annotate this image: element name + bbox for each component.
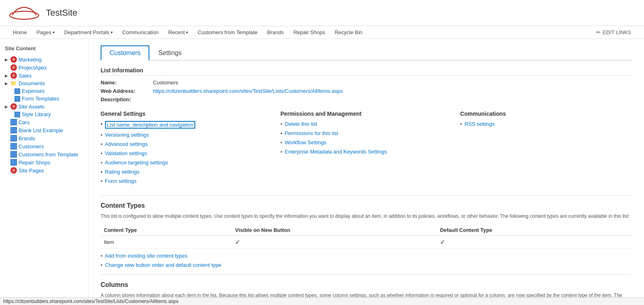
settings-columns: General Settings ▪ List name, descriptio…: [101, 111, 632, 187]
bullet-icon-3: ▪: [101, 150, 103, 156]
sidebar-item-documents[interactable]: ▶ 📁 Documents: [3, 80, 85, 87]
permissions-for-list-link[interactable]: ▪ Permissions for this list: [281, 130, 452, 136]
bullet-icon-5: ▪: [101, 169, 103, 175]
expand-icon-docs: ▶: [5, 81, 10, 86]
sidebar-item-blank-list[interactable]: Blank List Example: [3, 126, 85, 134]
description-row: Description:: [101, 96, 632, 102]
content-type-cell: Item: [101, 236, 232, 249]
advanced-settings-link[interactable]: ▪ Advanced settings: [101, 141, 272, 147]
status-url: https://citizenbuilders.sharepoint.com/s…: [3, 299, 179, 304]
marketing-icon: ⚙: [10, 56, 17, 63]
site-logo: [8, 4, 40, 22]
sidebar-item-customers[interactable]: Customers: [3, 142, 85, 150]
expand-icon-site-assets: ▶: [5, 104, 10, 109]
description-label: Description:: [101, 96, 153, 102]
content-types-title: Content Types: [101, 202, 632, 209]
name-value: Customers: [153, 80, 178, 86]
nav-department-portals[interactable]: Department Portals ▾: [60, 26, 118, 39]
audience-targeting-link[interactable]: ▪ Audience targeting settings: [101, 160, 272, 166]
versioning-settings-link[interactable]: ▪ Versioning settings: [101, 132, 272, 138]
permissions-col: Permissions and Management ▪ Delete this…: [281, 111, 452, 187]
rss-settings-link[interactable]: ▪ RSS settings: [460, 121, 632, 127]
nav-brands[interactable]: Brands: [262, 26, 289, 39]
sidebar: Site Content ▶ ⚙ Marketing ⚙ ProjectApex…: [0, 39, 89, 305]
content-types-desc: This list is configured to allow multipl…: [101, 213, 632, 220]
expand-icon-sales: ▶: [5, 74, 10, 78]
cft-icon: [10, 151, 17, 158]
expand-icon: ▶: [5, 57, 10, 62]
general-settings-title: General Settings: [101, 111, 272, 117]
site-title: TestSite: [46, 8, 77, 18]
dept-portals-dropdown-arrow: ▾: [111, 30, 113, 35]
style-library-icon: [14, 112, 20, 117]
form-settings-link[interactable]: ▪ Form settings: [101, 178, 272, 184]
sidebar-item-sales[interactable]: ▶ ⚙ Sales: [3, 72, 85, 80]
sidebar-item-marketing[interactable]: ▶ ⚙ Marketing: [3, 55, 85, 63]
sidebar-item-site-pages[interactable]: ⚙ Site Pages: [3, 166, 85, 174]
page-layout: Site Content ▶ ⚙ Marketing ⚙ ProjectApex…: [0, 39, 644, 305]
nav-recent[interactable]: Recent ▾: [163, 26, 193, 39]
communications-col: Communications ▪ RSS settings: [460, 111, 632, 187]
delete-list-link[interactable]: ▪ Delete this list: [281, 121, 452, 127]
top-nav: Home Pages ▾ Department Portals ▾ Commun…: [0, 26, 644, 39]
change-button-order-link[interactable]: ▪ Change new button order and default co…: [101, 262, 632, 268]
name-row: Name: Customers: [101, 80, 632, 86]
enterprise-metadata-link[interactable]: ▪ Enterprise Metadata and Keywords Setti…: [281, 149, 452, 155]
nav-communication[interactable]: Communication: [118, 26, 163, 39]
bullet-icon-ct0: ▪: [101, 253, 103, 259]
sales-icon: ⚙: [10, 72, 17, 79]
bullet-icon-1: ▪: [101, 132, 103, 138]
nav-repair-shops[interactable]: Repair Shops: [289, 26, 330, 39]
documents-icon: 📁: [10, 81, 17, 86]
nav-pages[interactable]: Pages ▾: [32, 26, 60, 39]
site-assets-icon: ⚙: [10, 103, 17, 110]
bullet-icon-0: ▪: [101, 121, 103, 127]
recent-dropdown-arrow: ▾: [186, 30, 188, 35]
expenses-icon: [14, 88, 20, 94]
form-templates-icon: [14, 96, 20, 102]
bullet-icon-4: ▪: [101, 160, 103, 166]
nav-recycle-bin[interactable]: Recycle Bin: [330, 26, 367, 39]
web-address-value[interactable]: https://citizenbuilders.sharepoint.com/s…: [153, 88, 343, 94]
brands-icon: [10, 135, 17, 141]
rating-settings-link[interactable]: ▪ Rating settings: [101, 169, 272, 175]
columns-title: Columns: [101, 281, 632, 289]
bullet-icon-p1: ▪: [281, 130, 283, 136]
content-types-table: Content Type Visible on New Button Defau…: [101, 225, 632, 249]
web-address-row: Web Address: https://citizenbuilders.sha…: [101, 88, 632, 94]
bullet-icon-2: ▪: [101, 141, 103, 147]
sidebar-item-expenses[interactable]: Expenses: [3, 87, 85, 95]
validation-settings-link[interactable]: ▪ Validation settings: [101, 150, 272, 156]
sidebar-item-customers-from-template[interactable]: Customers from Template: [3, 150, 85, 158]
sidebar-item-repair-shops[interactable]: Repair Shops: [3, 158, 85, 166]
bullet-icon-ct1: ▪: [101, 262, 103, 268]
list-information-section: List Information Name: Customers Web Add…: [101, 67, 632, 102]
sidebar-item-brands[interactable]: Brands: [3, 134, 85, 142]
tabs-row: Customers Settings: [101, 45, 632, 61]
col-default-content-type: Default Content Type: [437, 225, 632, 236]
list-name-nav-link[interactable]: ▪ List name, description and navigation: [101, 121, 272, 129]
bullet-icon-6: ▪: [101, 178, 103, 184]
sidebar-item-cars[interactable]: Cars: [3, 118, 85, 126]
customers-icon: [10, 143, 17, 149]
general-settings-col: General Settings ▪ List name, descriptio…: [101, 111, 272, 187]
workflow-settings-link[interactable]: ▪ Workflow Settings: [281, 139, 452, 145]
list-info-heading: List Information: [101, 67, 632, 76]
cars-icon: [10, 119, 17, 125]
add-from-existing-link[interactable]: ▪ Add from existing site content types: [101, 253, 632, 259]
pages-dropdown-arrow: ▾: [53, 30, 55, 35]
sidebar-item-form-templates[interactable]: Form Templates: [3, 95, 85, 102]
permissions-title: Permissions and Management: [281, 111, 452, 117]
nav-home[interactable]: Home: [8, 26, 32, 39]
bullet-icon-p3: ▪: [281, 149, 283, 155]
sidebar-item-projectapex[interactable]: ⚙ ProjectApex: [3, 63, 85, 72]
tab-customers[interactable]: Customers: [101, 45, 149, 61]
tab-settings[interactable]: Settings: [149, 45, 190, 61]
blank-list-icon: [10, 127, 17, 133]
nav-customers-from-template[interactable]: Customers from Template: [193, 26, 262, 39]
edit-links-button[interactable]: ✏ EDIT LINKS: [591, 26, 636, 39]
sidebar-item-style-library[interactable]: Style Library: [3, 111, 85, 118]
sidebar-item-site-assets[interactable]: ▶ ⚙ Site Assets: [3, 102, 85, 111]
pencil-icon: ✏: [596, 29, 601, 35]
name-label: Name:: [101, 80, 153, 86]
